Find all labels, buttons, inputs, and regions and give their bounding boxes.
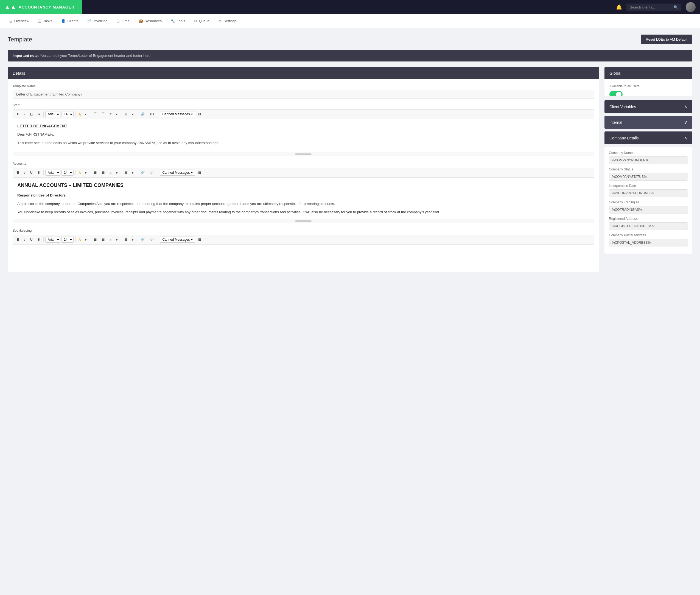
postal-address-section: Company Postal Address %CPOSTAL_ADDRESS% bbox=[609, 233, 688, 247]
bold-button[interactable]: B bbox=[15, 111, 21, 117]
bookkeeping-editor-content[interactable] bbox=[13, 245, 594, 261]
bk-highlight-arrow[interactable]: ▾ bbox=[83, 237, 88, 243]
align-button[interactable]: ≡ bbox=[108, 111, 113, 117]
logo-area[interactable]: ▲▲ ACCOUNTANCY MANAGER bbox=[0, 0, 82, 14]
accounts-table-button[interactable]: ⊞ bbox=[123, 170, 129, 176]
bk-font-select[interactable]: Arial bbox=[45, 236, 60, 243]
bk-highlight-icon[interactable]: A bbox=[77, 237, 82, 243]
nav-settings[interactable]: ⚙ Settings bbox=[215, 17, 240, 26]
canned-messages-button-accounts[interactable]: Canned Messages ▾ bbox=[160, 170, 195, 176]
highlight-a-icon[interactable]: A bbox=[77, 111, 82, 117]
bk-table-arrow[interactable]: ▾ bbox=[131, 237, 135, 243]
accounts-table-arrow[interactable]: ▾ bbox=[131, 170, 135, 176]
reset-button[interactable]: Reset LOEs to AM Default bbox=[641, 35, 692, 44]
nav-tools[interactable]: 🔧 Tools bbox=[167, 17, 189, 26]
table-arrow-button[interactable]: ▾ bbox=[131, 111, 135, 117]
company-number-badge[interactable]: %COMPANYNUMBER% bbox=[609, 157, 688, 164]
bk-ordered-button[interactable]: ☷ bbox=[100, 236, 107, 243]
nav-resources[interactable]: 📦 Resources bbox=[135, 17, 166, 26]
nav-time-label: Time bbox=[121, 19, 129, 23]
nav-time[interactable]: ⏱ Time bbox=[112, 17, 133, 26]
accounts-align-arrow[interactable]: ▾ bbox=[114, 170, 119, 176]
accounts-editor-content[interactable]: ANNUAL ACCOUNTS – LIMITED COMPANIES Resp… bbox=[13, 177, 594, 219]
underline-button[interactable]: U bbox=[28, 111, 35, 117]
bk-link-button[interactable]: 🔗 bbox=[139, 236, 147, 243]
logo-icon: ▲▲ bbox=[4, 4, 17, 11]
accounts-source-button[interactable]: ⊡ bbox=[196, 170, 203, 176]
sep-a4 bbox=[121, 170, 121, 175]
canned-messages-button-bk[interactable]: Canned Messages ▾ bbox=[160, 236, 195, 243]
nav-overview[interactable]: ⊞ Overview bbox=[5, 17, 33, 26]
trading-as-section: Company Trading As %COTRADINGAS% bbox=[609, 200, 688, 214]
bk-unordered-button[interactable]: ☰ bbox=[92, 236, 99, 243]
global-body: Available to all users bbox=[605, 79, 692, 96]
notification-bell-icon[interactable]: 🔔 bbox=[616, 4, 622, 10]
size-select[interactable]: 14 bbox=[61, 111, 74, 117]
page-title: Template bbox=[8, 36, 32, 43]
canned-messages-button-start[interactable]: Canned Messages ▾ bbox=[160, 111, 195, 117]
code-button[interactable]: </> bbox=[148, 111, 156, 117]
unordered-list-button[interactable]: ☰ bbox=[92, 111, 99, 117]
settings-icon: ⚙ bbox=[218, 19, 222, 23]
accounts-strikethrough-button[interactable]: S bbox=[36, 170, 42, 176]
incorporation-date-badge[interactable]: %INCORPORATIONDATE% bbox=[609, 189, 688, 197]
accounts-ordered-button[interactable]: ☷ bbox=[100, 170, 107, 176]
template-name-input[interactable] bbox=[12, 90, 594, 99]
nav-tasks[interactable]: ☰ Tasks bbox=[34, 17, 56, 26]
accounts-size-select[interactable]: 14 bbox=[61, 170, 74, 176]
banner-prefix: Important note: bbox=[12, 54, 39, 58]
accounts-highlight-arrow[interactable]: ▾ bbox=[83, 170, 88, 176]
bk-source-button[interactable]: ⊡ bbox=[196, 236, 203, 243]
bk-align-arrow[interactable]: ▾ bbox=[114, 237, 119, 243]
internal-header[interactable]: Internal ∨ bbox=[605, 116, 692, 129]
bk-align-button[interactable]: ≡ bbox=[108, 236, 113, 243]
bk-italic-button[interactable]: I bbox=[23, 236, 27, 243]
registered-address-badge[interactable]: %REGISTEREDADDRESS% bbox=[609, 222, 688, 230]
ordered-list-button[interactable]: ☷ bbox=[100, 111, 107, 117]
nav-invoicing[interactable]: 📄 Invoicing bbox=[83, 17, 111, 26]
accounts-align-button[interactable]: ≡ bbox=[108, 170, 113, 176]
client-variables-chevron: ∧ bbox=[684, 104, 688, 109]
nav-queue[interactable]: ✉ Queue bbox=[190, 17, 213, 26]
align-arrow-button[interactable]: ▾ bbox=[114, 111, 119, 117]
trading-as-badge[interactable]: %COTRADINGAS% bbox=[609, 206, 688, 214]
company-status-badge[interactable]: %COMPANYSTATUS% bbox=[609, 173, 688, 180]
italic-button[interactable]: I bbox=[23, 111, 27, 117]
tools-icon: 🔧 bbox=[170, 19, 175, 23]
source-button[interactable]: ⊡ bbox=[196, 111, 203, 117]
link-button[interactable]: 🔗 bbox=[139, 111, 147, 117]
bk-bold-button[interactable]: B bbox=[15, 236, 21, 243]
font-select[interactable]: Arial bbox=[45, 111, 60, 117]
accounts-unordered-button[interactable]: ☰ bbox=[92, 170, 99, 176]
search-input[interactable] bbox=[630, 5, 671, 9]
banner-link[interactable]: here bbox=[143, 54, 150, 58]
accounts-highlight-a-icon[interactable]: A bbox=[77, 170, 82, 176]
bk-size-select[interactable]: 14 bbox=[61, 236, 74, 243]
company-details-header[interactable]: Company Details ∧ bbox=[605, 132, 692, 144]
accounts-italic-button[interactable]: I bbox=[23, 170, 27, 176]
separator-3 bbox=[90, 112, 90, 117]
highlight-arrow-button[interactable]: ▾ bbox=[83, 111, 88, 117]
client-variables-header[interactable]: Client Variables ∧ bbox=[605, 100, 692, 113]
loe-heading: LETTER OF ENGAGEMENT bbox=[17, 123, 589, 129]
start-editor-content[interactable]: LETTER OF ENGAGEMENT Dear %FIRSTNAME%, T… bbox=[13, 119, 594, 152]
bk-table-button[interactable]: ⊞ bbox=[123, 236, 129, 243]
nav-resources-label: Resources bbox=[145, 19, 162, 23]
avatar[interactable] bbox=[686, 2, 696, 12]
accounts-font-select[interactable]: Arial bbox=[45, 170, 60, 176]
nav-clients[interactable]: 👤 Clients bbox=[57, 17, 82, 26]
bk-underline-button[interactable]: U bbox=[28, 236, 35, 243]
accounts-bold-button[interactable]: B bbox=[15, 170, 21, 176]
strikethrough-button[interactable]: S bbox=[36, 111, 42, 117]
start-editor-section: Start B I U S Arial bbox=[12, 103, 594, 156]
table-button[interactable]: ⊞ bbox=[123, 111, 129, 117]
bk-code-button[interactable]: </> bbox=[148, 236, 156, 243]
loe-line1: Dear %FIRSTNAME%, bbox=[17, 132, 589, 138]
accounts-link-button[interactable]: 🔗 bbox=[139, 170, 147, 176]
accounts-underline-button[interactable]: U bbox=[28, 170, 35, 176]
postal-address-badge[interactable]: %CPOSTAL_ADDRESS% bbox=[609, 239, 688, 247]
search-icon: 🔍 bbox=[674, 5, 678, 9]
search-box[interactable]: 🔍 bbox=[626, 4, 681, 11]
bk-strikethrough-button[interactable]: S bbox=[36, 236, 42, 243]
accounts-code-button[interactable]: </> bbox=[148, 170, 156, 176]
